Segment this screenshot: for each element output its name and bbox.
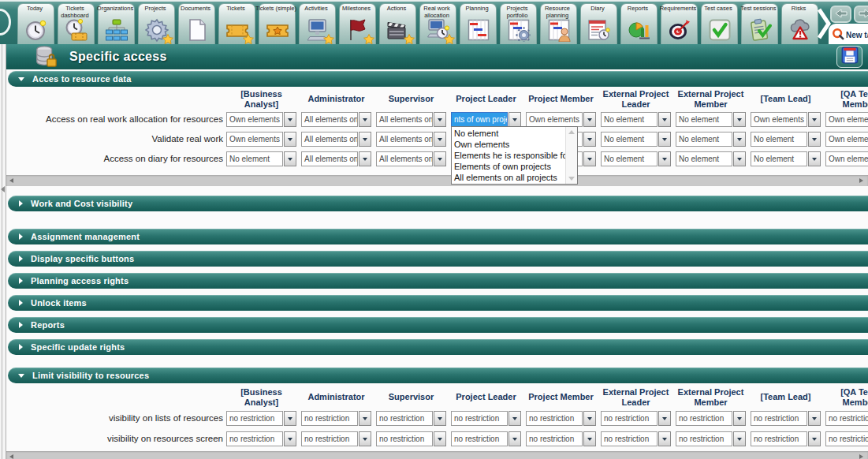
dropdown-input[interactable]: All elements on all <box>376 151 433 166</box>
toolbar-tab-documents[interactable]: Documents <box>178 3 215 46</box>
dropdown-input[interactable]: no restriction <box>676 411 732 426</box>
dropdown-input[interactable]: no restriction <box>226 411 283 426</box>
dropdown-input[interactable]: no restriction <box>751 431 807 446</box>
dropdown-arrow-button[interactable] <box>658 112 671 127</box>
dropdown-input[interactable]: No element <box>601 132 658 147</box>
section-header-limit-visibility-to-resources[interactable]: Limit visibility to resources <box>8 368 868 383</box>
toolbar-tab-organizations[interactable]: Organizations <box>98 3 135 46</box>
dropdown-input[interactable]: no restriction <box>676 431 732 446</box>
dropdown-input[interactable]: no restriction <box>526 411 583 426</box>
dropdown-arrow-button[interactable] <box>434 411 446 426</box>
dropdown-select[interactable]: no restriction <box>676 431 746 446</box>
toolbar-tab-test-sessions[interactable]: Test sessions <box>741 3 778 46</box>
dropdown-input[interactable]: Own elements <box>526 112 583 127</box>
dropdown-arrow-button[interactable] <box>808 112 821 127</box>
toolbar-tab-activities[interactable]: Activities <box>299 3 336 46</box>
dropdown-input[interactable]: Own elements <box>825 151 868 166</box>
dropdown-input[interactable]: no restriction <box>226 431 283 446</box>
dropdown-select[interactable]: no restriction <box>601 411 671 426</box>
dropdown-select[interactable]: no restriction <box>751 431 821 446</box>
dropdown-select[interactable]: All elements on all <box>376 112 446 127</box>
dropdown-arrow-button[interactable] <box>733 151 746 166</box>
dropdown-select[interactable]: Own elements <box>825 112 868 127</box>
dropdown-select[interactable]: No element <box>751 132 821 147</box>
dropdown-select[interactable]: No element <box>601 151 671 166</box>
scroll-right-arrow-icon[interactable] <box>859 178 863 183</box>
dropdown-select[interactable]: no restriction <box>226 431 296 446</box>
dropdown-input[interactable]: no restriction <box>825 411 868 426</box>
dropdown-option[interactable]: Elements he is responsible for <box>452 150 565 161</box>
dropdown-input[interactable]: No element <box>751 132 807 147</box>
dropdown-select[interactable]: Own elements <box>825 132 868 147</box>
dropdown-option[interactable]: Elements of own projects <box>452 161 565 172</box>
dropdown-arrow-button[interactable] <box>808 411 821 426</box>
dropdown-select[interactable]: No element <box>601 132 671 147</box>
section-header-work-and-cost-visibility[interactable]: Work and Cost visibility <box>8 196 868 211</box>
dropdown-input[interactable]: All elements on all <box>301 132 358 147</box>
dropdown-arrow-button[interactable] <box>434 151 446 166</box>
horizontal-scrollbar[interactable] <box>6 175 868 186</box>
dropdown-arrow-button[interactable] <box>284 411 296 426</box>
dropdown-arrow-button[interactable] <box>658 431 671 446</box>
dropdown-input[interactable]: All elements on all <box>301 151 358 166</box>
section-header-planning-access-rights[interactable]: Planning access rights <box>8 273 868 289</box>
dropdown-arrow-button[interactable] <box>509 431 521 446</box>
save-button[interactable] <box>836 46 862 68</box>
dropdown-select[interactable]: no restriction <box>825 431 868 446</box>
scroll-left-arrow-icon[interactable] <box>9 178 13 183</box>
dropdown-input[interactable]: no restriction <box>376 431 433 446</box>
dropdown-arrow-button[interactable] <box>509 112 521 127</box>
dropdown-select[interactable]: All elements on all <box>301 132 371 147</box>
dropdown-select[interactable]: Own elements <box>226 132 296 147</box>
dropdown-arrow-button[interactable] <box>434 132 446 147</box>
toolbar-tab-real-work-allocation[interactable]: Real work allocation <box>419 3 456 46</box>
dropdown-input[interactable]: no restriction <box>301 411 358 426</box>
dropdown-select[interactable]: no restriction <box>301 411 371 426</box>
section-header-acces-to-resource-data[interactable]: Acces to resource data <box>8 71 868 87</box>
dropdown-input[interactable]: No element <box>226 151 283 166</box>
dropdown-option[interactable]: Own elements <box>452 139 565 150</box>
dropdown-arrow-button[interactable] <box>284 431 296 446</box>
toolbar-tab-resource-planning[interactable]: Resource planning <box>540 3 577 46</box>
dropdown-option[interactable]: No element <box>452 128 565 139</box>
dropdown-input[interactable]: No element <box>601 112 658 127</box>
dropdown-arrow-button[interactable] <box>658 151 671 166</box>
dropdown-input[interactable]: Own elements <box>751 112 807 127</box>
dropdown-arrow-button[interactable] <box>359 112 371 127</box>
dropdown-arrow-button[interactable] <box>583 112 596 127</box>
toolbar-tab-risks[interactable]: Risks <box>781 3 818 46</box>
dropdown-arrow-button[interactable] <box>808 151 821 166</box>
dropdown-arrow-button[interactable] <box>583 132 596 147</box>
dropdown-input[interactable]: Own elements <box>226 132 283 147</box>
toolbar-tab-requirements[interactable]: Requirements <box>661 3 698 46</box>
toolbar-tab-projects-portfolio[interactable]: Projects portfolio <box>500 3 537 46</box>
toolbar-tab-tickets-dashboard[interactable]: Tickets dashboard <box>58 3 95 46</box>
toolbar-tab-planning[interactable]: Planning <box>460 3 497 46</box>
collapse-left-arrow-icon[interactable] <box>1 186 5 192</box>
dropdown-input[interactable]: No element <box>676 151 732 166</box>
dropdown-arrow-button[interactable] <box>733 132 746 147</box>
dropdown-select[interactable]: All elements on all <box>376 151 446 166</box>
dropdown-arrow-button[interactable] <box>733 112 746 127</box>
dropdown-input[interactable]: Own elements <box>226 112 283 127</box>
dropdown-select[interactable]: No element <box>226 151 296 166</box>
toolbar-tab-milestones[interactable]: Milestones <box>339 3 376 46</box>
dropdown-select[interactable]: no restriction <box>376 411 446 426</box>
dropdown-arrow-button[interactable] <box>583 431 596 446</box>
dropdown-input[interactable]: no restriction <box>451 411 508 426</box>
dropdown-arrow-button[interactable] <box>359 151 371 166</box>
dropdown-arrow-button[interactable] <box>359 411 371 426</box>
dropdown-arrow-button[interactable] <box>359 132 371 147</box>
dropdown-arrow-button[interactable] <box>359 431 371 446</box>
dropdown-select[interactable]: no restriction <box>601 431 671 446</box>
dropdown-input-focused[interactable]: nts of own projects <box>451 112 508 127</box>
dropdown-input[interactable]: no restriction <box>526 431 583 446</box>
section-header-assignment-management[interactable]: Assignment management <box>8 229 868 244</box>
dropdown-input[interactable]: Own elements <box>825 112 868 127</box>
dropdown-select[interactable]: no restriction <box>825 411 868 426</box>
section-header-display-specific-buttons[interactable]: Display specific buttons <box>8 251 868 267</box>
dropdown-select[interactable]: No element <box>676 151 746 166</box>
dropdown-arrow-button[interactable] <box>733 411 746 426</box>
dropdown-select[interactable]: no restriction <box>301 431 371 446</box>
dropdown-arrow-button[interactable] <box>583 151 596 166</box>
